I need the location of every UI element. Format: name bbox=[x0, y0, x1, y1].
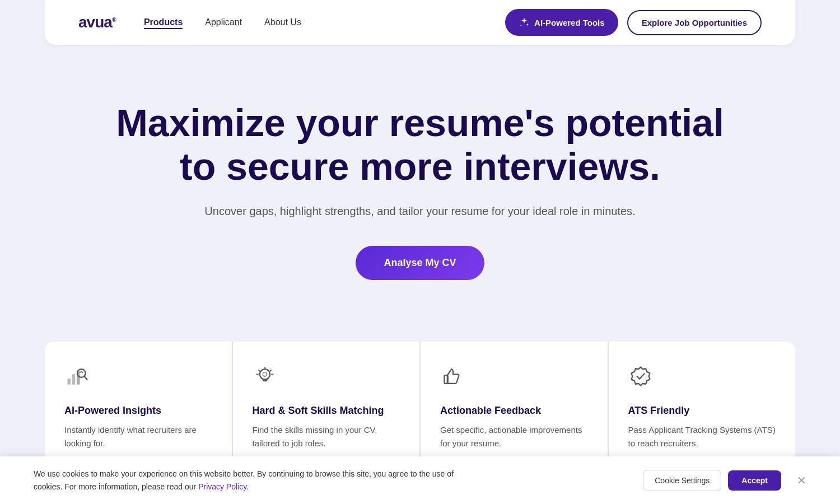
feature-ats-title: ATS Friendly bbox=[628, 405, 776, 417]
hero-subtext: Uncover gaps, highlight strengths, and t… bbox=[112, 205, 728, 218]
explore-jobs-button[interactable]: Explore Job Opportunities bbox=[627, 10, 762, 35]
cookie-close-button[interactable]: ✕ bbox=[797, 474, 806, 487]
svg-rect-1 bbox=[72, 375, 76, 385]
cookie-banner: We use cookies to make your experience o… bbox=[0, 456, 840, 504]
feature-skills-desc: Find the skills missing in your CV, tail… bbox=[253, 423, 400, 450]
feature-ats: ATS Friendly Pass Applicant Tracking Sys… bbox=[609, 342, 796, 473]
nav-right: AI-Powered Tools Explore Job Opportuniti… bbox=[505, 9, 762, 36]
feature-ai-desc: Instantly identify what recruiters are l… bbox=[64, 423, 212, 450]
lightbulb-icon bbox=[253, 364, 400, 394]
analyse-cv-button[interactable]: Analyse My CV bbox=[356, 246, 484, 280]
ai-tools-button[interactable]: AI-Powered Tools bbox=[505, 9, 618, 36]
svg-rect-13 bbox=[444, 376, 447, 384]
feature-feedback-title: Actionable Feedback bbox=[440, 405, 588, 417]
nav-links: Products Applicant About Us bbox=[144, 17, 301, 27]
cookie-text: We use cookies to make your experience o… bbox=[34, 468, 482, 493]
logo: avua® bbox=[78, 13, 116, 31]
svg-line-4 bbox=[85, 376, 87, 380]
svg-point-5 bbox=[259, 370, 269, 380]
feature-skills-title: Hard & Soft Skills Matching bbox=[253, 405, 400, 417]
hero-section: Maximize your resume's potential to secu… bbox=[0, 45, 840, 314]
navigation: avua® Products Applicant About Us AI-Pow… bbox=[45, 0, 795, 45]
feature-skills: Hard & Soft Skills Matching Find the ski… bbox=[233, 342, 420, 473]
feature-feedback-desc: Get specific, actionable improvements fo… bbox=[440, 423, 588, 450]
features-grid: AI-Powered Insights Instantly identify w… bbox=[45, 342, 795, 473]
thumbs-up-icon bbox=[440, 364, 588, 394]
feature-ats-desc: Pass Applicant Tracking Systems (ATS) to… bbox=[628, 423, 776, 450]
feature-ai-title: AI-Powered Insights bbox=[64, 405, 212, 417]
nav-left: avua® Products Applicant About Us bbox=[78, 13, 301, 31]
svg-point-12 bbox=[263, 372, 267, 376]
cookie-actions: Cookie Settings Accept ✕ bbox=[643, 470, 806, 491]
svg-line-8 bbox=[259, 370, 260, 371]
feature-feedback: Actionable Feedback Get specific, action… bbox=[421, 342, 608, 473]
ai-insights-icon bbox=[64, 364, 212, 394]
feature-ai-insights: AI-Powered Insights Instantly identify w… bbox=[45, 342, 232, 473]
svg-line-9 bbox=[270, 370, 271, 371]
cookie-accept-button[interactable]: Accept bbox=[728, 470, 781, 491]
sparkle-icon bbox=[519, 17, 530, 28]
nav-item-applicant[interactable]: Applicant bbox=[205, 17, 242, 27]
privacy-policy-link[interactable]: Privacy Policy. bbox=[198, 482, 249, 491]
nav-item-products[interactable]: Products bbox=[144, 17, 183, 27]
hero-headline: Maximize your resume's potential to secu… bbox=[112, 101, 728, 188]
svg-rect-0 bbox=[68, 379, 71, 385]
badge-check-icon bbox=[628, 364, 776, 394]
cookie-settings-button[interactable]: Cookie Settings bbox=[643, 470, 721, 491]
nav-item-about[interactable]: About Us bbox=[264, 17, 301, 27]
